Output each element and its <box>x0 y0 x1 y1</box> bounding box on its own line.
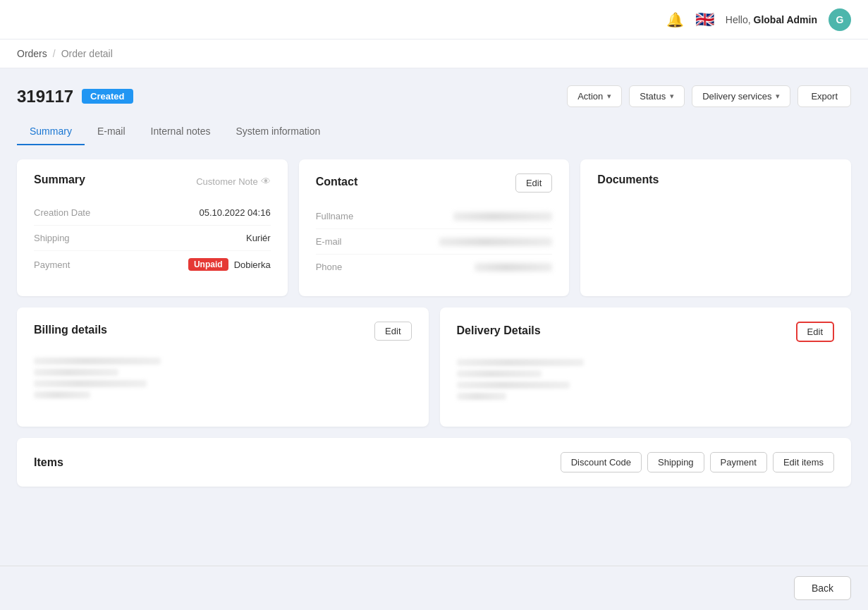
tab-email[interactable]: E-mail <box>85 118 138 145</box>
topbar: 🔔 🇬🇧 Hello, Global Admin G <box>0 0 868 39</box>
header-actions: Action ▾ Status ▾ Delivery services ▾ Ex… <box>567 85 851 107</box>
main-content: Summary Customer Note 👁 Creation Date 05… <box>0 145 868 554</box>
delivery-card-header: Delivery Details Edit <box>457 322 835 342</box>
delivery-card: Delivery Details Edit <box>440 307 852 427</box>
status-chevron-icon: ▾ <box>670 92 674 101</box>
items-buttons: Discount Code Shipping Payment Edit item… <box>561 452 834 472</box>
fullname-value <box>453 212 552 221</box>
contact-card-header: Contact Edit <box>316 173 553 193</box>
payment-button[interactable]: Payment <box>710 452 767 472</box>
action-button[interactable]: Action ▾ <box>567 85 622 107</box>
breadcrumb-orders-link[interactable]: Orders <box>17 48 47 59</box>
fullname-label: Fullname <box>316 211 353 221</box>
documents-card-title: Documents <box>597 173 659 186</box>
creation-date-value: 05.10.2022 04:16 <box>199 207 270 218</box>
tab-summary[interactable]: Summary <box>17 118 85 145</box>
contact-edit-button[interactable]: Edit <box>515 173 552 193</box>
flag-icon[interactable]: 🇬🇧 <box>695 11 714 29</box>
tab-internal-notes[interactable]: Internal notes <box>138 118 224 145</box>
discount-code-button[interactable]: Discount Code <box>561 452 642 472</box>
billing-card-header: Billing details Edit <box>34 322 412 341</box>
email-value <box>439 238 552 246</box>
avatar[interactable]: G <box>829 8 851 31</box>
export-button[interactable]: Export <box>797 85 851 107</box>
phone-label: Phone <box>316 262 343 272</box>
items-card: Items Discount Code Shipping Payment Edi… <box>17 438 851 487</box>
delivery-address <box>457 353 835 410</box>
billing-card: Billing details Edit <box>17 307 429 427</box>
phone-value <box>475 263 552 272</box>
customer-note-label: Customer Note 👁 <box>196 176 270 187</box>
breadcrumb-current: Order detail <box>61 48 113 59</box>
documents-card: Documents <box>580 159 851 296</box>
billing-edit-button[interactable]: Edit <box>374 322 411 341</box>
summary-card-header: Summary Customer Note 👁 <box>34 173 271 189</box>
topbar-icons: 🔔 🇬🇧 Hello, Global Admin G <box>666 8 851 31</box>
summary-shipping-row: Shipping Kuriér <box>34 226 271 251</box>
breadcrumb-bar: Orders / Order detail <box>0 39 868 68</box>
contact-email-row: E-mail <box>316 229 553 255</box>
shipping-button[interactable]: Shipping <box>647 452 704 472</box>
shipping-value: Kuriér <box>246 233 271 243</box>
page-header: 319117 Created Action ▾ Status ▾ Deliver… <box>0 68 868 107</box>
summary-payment-row: Payment Unpaid Dobierka <box>34 251 271 278</box>
payment-value-container: Unpaid Dobierka <box>188 258 271 271</box>
breadcrumb-separator: / <box>53 48 56 59</box>
eye-icon[interactable]: 👁 <box>261 176 271 187</box>
delivery-services-button[interactable]: Delivery services ▾ <box>692 85 790 107</box>
edit-items-button[interactable]: Edit items <box>773 452 834 472</box>
delivery-edit-button[interactable]: Edit <box>796 322 834 342</box>
billing-card-title: Billing details <box>34 324 107 336</box>
status-button[interactable]: Status ▾ <box>629 85 685 107</box>
payment-label: Payment <box>34 260 70 270</box>
cards-row-2: Billing details Edit Delivery Details Ed… <box>17 307 851 427</box>
summary-card-title: Summary <box>34 173 85 186</box>
order-title-section: 319117 Created <box>17 87 133 106</box>
contact-fullname-row: Fullname <box>316 204 553 229</box>
action-chevron-icon: ▾ <box>607 92 611 101</box>
shipping-label: Shipping <box>34 233 70 243</box>
email-label: E-mail <box>316 236 342 247</box>
items-card-header: Items Discount Code Shipping Payment Edi… <box>34 452 834 472</box>
status-badge-created: Created <box>82 89 133 104</box>
user-name: Global Admin <box>754 14 817 25</box>
billing-address <box>34 352 412 408</box>
cards-row-1: Summary Customer Note 👁 Creation Date 05… <box>17 159 851 296</box>
tab-system-information[interactable]: System information <box>223 118 333 145</box>
order-number: 319117 <box>17 87 73 106</box>
contact-card: Contact Edit Fullname E-mail Phone <box>299 159 570 296</box>
contact-phone-row: Phone <box>316 255 553 279</box>
creation-date-label: Creation Date <box>34 207 90 218</box>
unpaid-badge: Unpaid <box>188 258 228 271</box>
items-card-title: Items <box>34 456 63 469</box>
payment-method-value: Dobierka <box>234 260 271 270</box>
delivery-chevron-icon: ▾ <box>776 92 780 101</box>
back-button[interactable]: Back <box>794 576 851 600</box>
summary-card: Summary Customer Note 👁 Creation Date 05… <box>17 159 288 296</box>
delivery-card-title: Delivery Details <box>457 324 541 337</box>
hello-text: Hello, Global Admin <box>726 14 817 25</box>
summary-creation-date-row: Creation Date 05.10.2022 04:16 <box>34 200 271 226</box>
bell-icon[interactable]: 🔔 <box>666 11 684 28</box>
footer-bar: Back <box>0 566 868 610</box>
tabs-bar: Summary E-mail Internal notes System inf… <box>0 118 868 145</box>
contact-card-title: Contact <box>316 176 358 188</box>
documents-card-header: Documents <box>597 173 834 189</box>
